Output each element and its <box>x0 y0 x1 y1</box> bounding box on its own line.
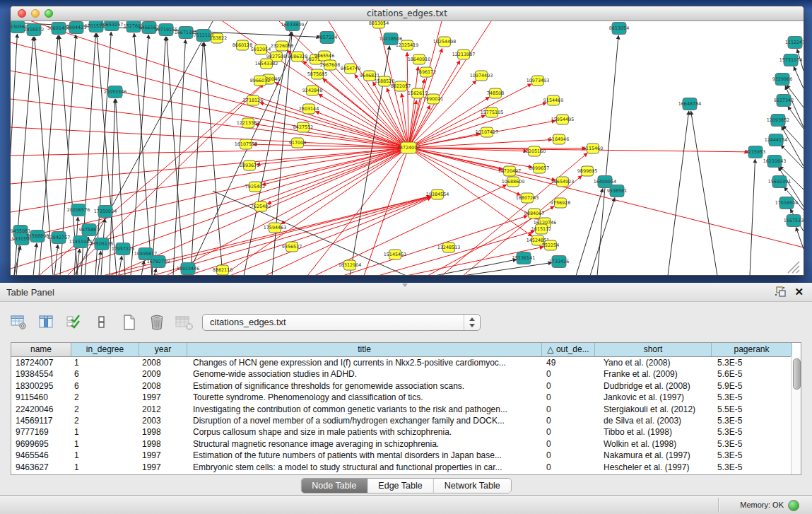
graph-node[interactable]: 8099657 <box>529 163 549 173</box>
graph-node[interactable]: 1112241 <box>785 37 804 49</box>
column-header-out_de[interactable]: △ out_de... <box>542 343 595 356</box>
table-cell[interactable]: 2008 <box>139 380 187 392</box>
graph-node[interactable]: 12444154 <box>765 134 788 146</box>
table-cell[interactable]: 5.5E-5 <box>712 404 792 415</box>
graph-node[interactable]: 16107552 <box>235 139 258 149</box>
graph-node[interactable]: 8813054 <box>369 21 389 28</box>
table-cell[interactable]: 2 <box>71 415 139 426</box>
graph-node[interactable]: 9329966 <box>772 74 792 86</box>
graph-node[interactable]: 1733426 <box>549 256 569 268</box>
graph-node[interactable]: 9899695 <box>577 166 597 176</box>
graph-node[interactable]: 20206576 <box>67 204 90 216</box>
table-cell[interactable]: 18724007 <box>11 357 71 368</box>
graph-node[interactable]: 1167533 <box>784 215 804 227</box>
graph-node[interactable]: 12213383 <box>237 118 260 128</box>
graph-node[interactable]: 8660128 <box>233 40 252 50</box>
table-cell[interactable]: 1997 <box>139 392 187 403</box>
table-cell[interactable]: 1 <box>71 438 139 450</box>
table-cell[interactable]: Yano et al. (2008) <box>595 357 712 368</box>
table-cell[interactable]: 5.3E-5 <box>712 415 792 426</box>
graph-node[interactable]: 15145451 <box>384 250 407 259</box>
table-cell[interactable]: 2008 <box>139 357 187 368</box>
table-scrollbar-thumb[interactable] <box>793 358 801 390</box>
graph-node[interactable]: 11254498 <box>433 37 457 47</box>
cell-icon[interactable] <box>93 313 111 332</box>
table-cell[interactable]: 5.3E-5 <box>712 392 792 403</box>
table-row[interactable]: 1872400712008Changes of HCN gene express… <box>11 357 801 368</box>
column-header-title[interactable]: title <box>187 343 542 356</box>
table-cell[interactable]: Hescheler et al. (1997) <box>595 462 712 473</box>
column-header-in_degree[interactable]: in_degree <box>71 343 139 356</box>
table-cell[interactable]: 5.3E-5 <box>712 426 792 438</box>
table-cell[interactable]: 1998 <box>139 438 187 450</box>
table-cell[interactable]: 1998 <box>139 426 187 438</box>
table-cell[interactable]: 1997 <box>139 450 187 461</box>
table-cell[interactable]: 0 <box>542 368 595 380</box>
graph-node[interactable]: 9975887 <box>79 224 99 236</box>
table-cell[interactable]: Franke et al. (2009) <box>595 368 712 380</box>
table-cell[interactable]: Genome-wide association studies in ADHD. <box>187 368 542 380</box>
table-cell[interactable]: 5.3E-5 <box>712 357 792 368</box>
table-cell[interactable]: 18300295 <box>11 380 71 392</box>
graph-node[interactable]: 8894421 <box>66 22 86 34</box>
graph-node[interactable]: 10973493 <box>526 76 550 86</box>
graph-node[interactable]: 23226058 <box>271 41 294 51</box>
table-cell[interactable]: Changes of HCN gene expression and I(f) … <box>187 357 542 368</box>
graph-node[interactable]: 7512103 <box>194 30 213 42</box>
table-cell[interactable]: 2009 <box>139 368 187 380</box>
graph-node[interactable]: 7625402 <box>251 201 271 211</box>
float-panel-icon[interactable] <box>774 286 786 298</box>
table-row[interactable]: 1938455462009Genome-wide association stu… <box>11 368 801 380</box>
table-cell[interactable]: 0 <box>542 392 595 403</box>
graph-node[interactable]: 17016504 <box>775 197 799 209</box>
table-mode-icon[interactable] <box>10 313 28 332</box>
graph-node[interactable]: 8454749 <box>341 64 360 74</box>
graph-node[interactable]: 15954495 <box>551 115 575 124</box>
graph-node[interactable]: 18640910 <box>408 54 431 64</box>
graph-node[interactable]: 1164946 <box>549 134 569 144</box>
table-cell[interactable]: 2012 <box>139 404 187 415</box>
column-header-short[interactable]: short <box>595 343 712 356</box>
column-header-name[interactable]: name <box>11 343 71 356</box>
memory-status-indicator[interactable] <box>788 500 799 511</box>
graph-node[interactable]: 17359924 <box>94 206 117 218</box>
column-header-pagerank[interactable]: pagerank <box>712 343 792 356</box>
network-canvas[interactable]: 1872400771638228660128591295423226058982… <box>11 21 804 276</box>
table-row[interactable]: 911546021997Tourette syndrome. Phenomeno… <box>11 392 801 403</box>
table-cell[interactable]: 9115460 <box>11 392 71 403</box>
table-cell[interactable]: Investigating the contribution of common… <box>187 404 542 415</box>
table-cell[interactable]: 9777169 <box>11 426 71 438</box>
close-panel-icon[interactable]: ✕ <box>794 286 804 298</box>
table-row[interactable]: 977716911998Corpus callosum shape and si… <box>11 426 801 438</box>
graph-node[interactable]: 9115460 <box>583 144 603 153</box>
select-rows-icon[interactable] <box>65 313 83 332</box>
table-cell[interactable]: 1 <box>71 426 139 438</box>
network-window-titlebar[interactable]: citations_edges.txt <box>11 6 804 21</box>
table-cell[interactable]: 2 <box>71 404 139 415</box>
graph-node[interactable]: 18724007 <box>397 142 420 153</box>
graph-node[interactable]: 15136141 <box>512 252 536 264</box>
table-cell[interactable]: Disruption of a novel member of a sodium… <box>187 415 542 426</box>
graph-node[interactable]: 9154469 <box>543 95 563 105</box>
graph-node[interactable]: 9215953 <box>746 146 765 158</box>
graph-node[interactable]: 9338581 <box>607 185 627 197</box>
column-header-year[interactable]: year <box>139 343 187 356</box>
graph-node[interactable]: 252254 <box>542 240 559 250</box>
graph-node[interactable]: 16312904 <box>339 260 362 270</box>
table-cell[interactable]: 49 <box>542 357 595 368</box>
table-cell[interactable]: Tibbo et al. (1998) <box>595 426 712 438</box>
delete-table-icon[interactable] <box>175 313 194 332</box>
table-cell[interactable]: Wolkin et al. (1998) <box>595 438 712 450</box>
graph-node[interactable]: 917004 <box>289 138 306 148</box>
show-column-icon[interactable] <box>37 313 56 332</box>
graph-node[interactable]: 15720407 <box>498 166 522 176</box>
table-row[interactable]: 1830029562008Estimation of significance … <box>11 380 801 392</box>
table-cell[interactable]: 5.3E-5 <box>712 450 792 461</box>
table-cell[interactable]: Stergiakouli et al. (2012) <box>595 404 712 415</box>
table-cell[interactable]: Structural magnetic resonance image aver… <box>187 438 542 450</box>
table-cell[interactable]: 22420046 <box>11 404 71 415</box>
tab-network-table[interactable]: Network Table <box>434 479 511 493</box>
table-cell[interactable]: 0 <box>542 415 595 426</box>
table-cell[interactable]: Dudbridge et al. (2008) <box>595 380 712 392</box>
graph-node[interactable]: 1893671 <box>240 160 259 170</box>
